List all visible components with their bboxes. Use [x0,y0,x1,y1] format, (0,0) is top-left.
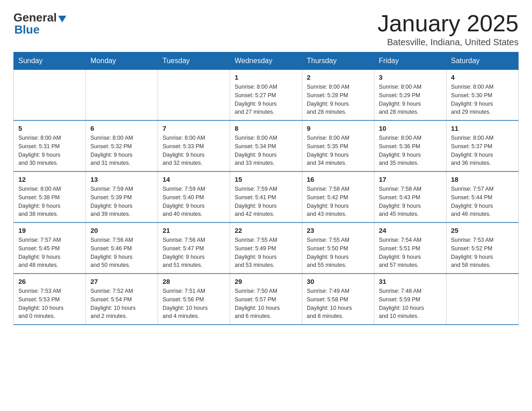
day-info: Sunrise: 7:48 AM Sunset: 5:59 PM Dayligh… [379,287,442,321]
calendar-cell: 13Sunrise: 7:59 AM Sunset: 5:39 PM Dayli… [86,171,158,223]
logo: General Blue [13,11,66,37]
header-day-sunday: Sunday [14,52,86,70]
calendar-header-row: SundayMondayTuesdayWednesdayThursdayFrid… [14,52,519,70]
calendar-cell: 6Sunrise: 8:00 AM Sunset: 5:32 PM Daylig… [86,120,158,171]
calendar-cell: 14Sunrise: 7:59 AM Sunset: 5:40 PM Dayli… [158,171,230,223]
logo-triangle-icon [58,16,66,22]
calendar-cell: 15Sunrise: 7:59 AM Sunset: 5:41 PM Dayli… [230,171,302,223]
day-number: 31 [379,278,442,285]
header-day-thursday: Thursday [302,52,374,70]
day-number: 28 [163,278,225,285]
day-info: Sunrise: 8:00 AM Sunset: 5:37 PM Dayligh… [451,134,514,167]
calendar-cell: 7Sunrise: 8:00 AM Sunset: 5:33 PM Daylig… [158,120,230,171]
day-number: 11 [451,124,514,132]
day-info: Sunrise: 7:56 AM Sunset: 5:47 PM Dayligh… [163,236,225,270]
calendar-subtitle: Batesville, Indiana, United States [378,37,519,47]
calendar-cell: 19Sunrise: 7:57 AM Sunset: 5:45 PM Dayli… [14,223,86,274]
day-info: Sunrise: 7:52 AM Sunset: 5:54 PM Dayligh… [90,287,153,321]
logo-blue-text: Blue [13,23,39,37]
calendar-cell: 10Sunrise: 8:00 AM Sunset: 5:36 PM Dayli… [374,120,446,171]
calendar-week-row: 5Sunrise: 8:00 AM Sunset: 5:31 PM Daylig… [14,120,519,171]
day-info: Sunrise: 7:55 AM Sunset: 5:50 PM Dayligh… [307,236,369,270]
day-number: 8 [235,124,297,132]
calendar-cell: 8Sunrise: 8:00 AM Sunset: 5:34 PM Daylig… [230,120,302,171]
day-info: Sunrise: 7:50 AM Sunset: 5:57 PM Dayligh… [235,287,297,321]
calendar-cell [158,70,230,121]
day-number: 15 [235,176,297,183]
day-number: 4 [451,73,514,81]
day-info: Sunrise: 8:00 AM Sunset: 5:34 PM Dayligh… [235,134,297,167]
day-number: 21 [163,227,225,234]
day-info: Sunrise: 7:59 AM Sunset: 5:40 PM Dayligh… [163,185,225,218]
day-info: Sunrise: 8:00 AM Sunset: 5:36 PM Dayligh… [379,134,442,167]
day-number: 25 [451,227,514,234]
day-info: Sunrise: 7:56 AM Sunset: 5:46 PM Dayligh… [90,236,153,270]
calendar-cell: 3Sunrise: 8:00 AM Sunset: 5:29 PM Daylig… [374,70,446,121]
day-info: Sunrise: 7:59 AM Sunset: 5:39 PM Dayligh… [90,185,153,218]
day-info: Sunrise: 8:00 AM Sunset: 5:31 PM Dayligh… [18,134,81,167]
calendar-cell [14,70,86,121]
calendar-cell: 12Sunrise: 8:00 AM Sunset: 5:38 PM Dayli… [14,171,86,223]
day-number: 26 [18,278,81,285]
day-number: 30 [307,278,369,285]
calendar-table: SundayMondayTuesdayWednesdayThursdayFrid… [13,52,519,325]
day-info: Sunrise: 7:53 AM Sunset: 5:53 PM Dayligh… [18,287,81,321]
calendar-cell: 24Sunrise: 7:54 AM Sunset: 5:51 PM Dayli… [374,223,446,274]
calendar-title: January 2025 [378,11,519,36]
calendar-cell: 20Sunrise: 7:56 AM Sunset: 5:46 PM Dayli… [86,223,158,274]
day-info: Sunrise: 7:49 AM Sunset: 5:58 PM Dayligh… [307,287,369,321]
day-info: Sunrise: 7:55 AM Sunset: 5:49 PM Dayligh… [235,236,297,270]
header: General Blue January 2025 Batesville, In… [13,11,519,47]
day-info: Sunrise: 8:00 AM Sunset: 5:33 PM Dayligh… [163,134,225,167]
calendar-cell: 18Sunrise: 7:57 AM Sunset: 5:44 PM Dayli… [446,171,519,223]
calendar-cell: 1Sunrise: 8:00 AM Sunset: 5:27 PM Daylig… [230,70,302,121]
day-info: Sunrise: 8:00 AM Sunset: 5:35 PM Dayligh… [307,134,369,167]
calendar-cell: 21Sunrise: 7:56 AM Sunset: 5:47 PM Dayli… [158,223,230,274]
day-number: 3 [379,73,442,81]
day-info: Sunrise: 7:51 AM Sunset: 5:56 PM Dayligh… [163,287,225,321]
header-day-tuesday: Tuesday [158,52,230,70]
calendar-cell [86,70,158,121]
calendar-week-row: 19Sunrise: 7:57 AM Sunset: 5:45 PM Dayli… [14,223,519,274]
day-info: Sunrise: 7:57 AM Sunset: 5:44 PM Dayligh… [451,185,514,218]
calendar-cell: 26Sunrise: 7:53 AM Sunset: 5:53 PM Dayli… [14,274,86,325]
day-number: 9 [307,124,369,132]
calendar-cell: 25Sunrise: 7:53 AM Sunset: 5:52 PM Dayli… [446,223,519,274]
day-number: 22 [235,227,297,234]
day-info: Sunrise: 8:00 AM Sunset: 5:32 PM Dayligh… [90,134,153,167]
day-number: 1 [235,73,297,81]
calendar-cell: 11Sunrise: 8:00 AM Sunset: 5:37 PM Dayli… [446,120,519,171]
day-info: Sunrise: 7:59 AM Sunset: 5:41 PM Dayligh… [235,185,297,218]
day-number: 13 [90,176,153,183]
day-number: 27 [90,278,153,285]
day-number: 17 [379,176,442,183]
calendar-cell: 31Sunrise: 7:48 AM Sunset: 5:59 PM Dayli… [374,274,446,325]
calendar-cell: 2Sunrise: 8:00 AM Sunset: 5:28 PM Daylig… [302,70,374,121]
calendar-cell: 30Sunrise: 7:49 AM Sunset: 5:58 PM Dayli… [302,274,374,325]
day-info: Sunrise: 8:00 AM Sunset: 5:30 PM Dayligh… [451,83,514,116]
day-number: 19 [18,227,81,234]
calendar-cell: 23Sunrise: 7:55 AM Sunset: 5:50 PM Dayli… [302,223,374,274]
day-number: 10 [379,124,442,132]
day-number: 18 [451,176,514,183]
calendar-cell: 28Sunrise: 7:51 AM Sunset: 5:56 PM Dayli… [158,274,230,325]
day-number: 16 [307,176,369,183]
calendar-cell: 29Sunrise: 7:50 AM Sunset: 5:57 PM Dayli… [230,274,302,325]
day-info: Sunrise: 8:00 AM Sunset: 5:29 PM Dayligh… [379,83,442,116]
day-info: Sunrise: 7:53 AM Sunset: 5:52 PM Dayligh… [451,236,514,270]
header-day-wednesday: Wednesday [230,52,302,70]
day-info: Sunrise: 7:58 AM Sunset: 5:42 PM Dayligh… [307,185,369,218]
title-block: January 2025 Batesville, Indiana, United… [378,11,519,47]
header-day-friday: Friday [374,52,446,70]
day-info: Sunrise: 7:57 AM Sunset: 5:45 PM Dayligh… [18,236,81,270]
calendar-cell: 9Sunrise: 8:00 AM Sunset: 5:35 PM Daylig… [302,120,374,171]
day-number: 7 [163,124,225,132]
day-info: Sunrise: 7:54 AM Sunset: 5:51 PM Dayligh… [379,236,442,270]
calendar-cell: 5Sunrise: 8:00 AM Sunset: 5:31 PM Daylig… [14,120,86,171]
day-info: Sunrise: 7:58 AM Sunset: 5:43 PM Dayligh… [379,185,442,218]
calendar-cell: 4Sunrise: 8:00 AM Sunset: 5:30 PM Daylig… [446,70,519,121]
day-info: Sunrise: 8:00 AM Sunset: 5:27 PM Dayligh… [235,83,297,116]
day-number: 20 [90,227,153,234]
calendar-week-row: 12Sunrise: 8:00 AM Sunset: 5:38 PM Dayli… [14,171,519,223]
day-info: Sunrise: 8:00 AM Sunset: 5:28 PM Dayligh… [307,83,369,116]
